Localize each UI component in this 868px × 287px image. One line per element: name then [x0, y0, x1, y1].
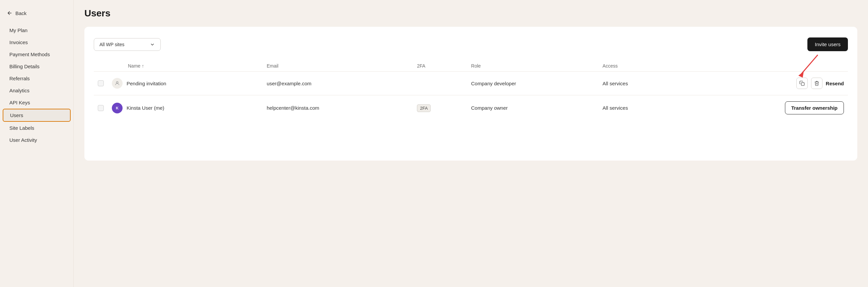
table-row: Pending invitation user@example.com Comp… — [94, 72, 848, 95]
row1-name: Pending invitation — [127, 81, 166, 86]
person-icon — [115, 81, 120, 86]
row2-email-cell: helpcenter@kinsta.com — [262, 95, 413, 121]
sidebar-item-user-activity[interactable]: User Activity — [0, 134, 73, 146]
sidebar-item-analytics[interactable]: Analytics — [0, 85, 73, 96]
sidebar-item-referrals[interactable]: Referrals — [0, 73, 73, 84]
name-header-label: Name — [128, 63, 140, 69]
row2-checkbox-cell — [94, 95, 108, 121]
role-col-header: Role — [467, 61, 599, 72]
row2-actions-cell: Transfer ownership — [681, 95, 848, 121]
transfer-ownership-button[interactable]: Transfer ownership — [785, 101, 844, 114]
sidebar-link-site-labels[interactable]: Site Labels — [3, 122, 71, 134]
row1-name-container: Pending invitation — [112, 78, 258, 88]
row2-access-cell: All services — [598, 95, 681, 121]
row1-action-container: Resend — [685, 78, 844, 89]
sidebar-link-api-keys[interactable]: API Keys — [3, 97, 71, 108]
row1-twofa-cell — [413, 72, 467, 95]
sidebar-item-payment-methods[interactable]: Payment Methods — [0, 48, 73, 60]
page-title: Users — [84, 8, 857, 19]
sidebar-item-users[interactable]: Users — [0, 109, 73, 122]
actions-col-header — [681, 61, 848, 72]
back-arrow-icon — [7, 10, 13, 16]
delete-icon-button[interactable] — [811, 78, 823, 89]
sidebar-nav-list: My Plan Invoices Payment Methods Billing… — [0, 25, 73, 146]
sidebar-link-invoices[interactable]: Invoices — [3, 36, 71, 48]
sidebar-link-billing-details[interactable]: Billing Details — [3, 61, 71, 72]
back-label: Back — [16, 10, 27, 16]
svg-marker-2 — [798, 72, 804, 78]
sort-icon: ↑ — [142, 63, 144, 69]
sidebar-item-site-labels[interactable]: Site Labels — [0, 122, 73, 134]
access-col-header: Access — [598, 61, 681, 72]
table-row: K Kinsta User (me) helpcenter@kinsta.com… — [94, 95, 848, 121]
site-select-label: All WP sites — [99, 42, 124, 47]
table-header-row: Name ↑ Email 2FA Role Access — [94, 61, 848, 72]
invite-users-button[interactable]: Invite users — [807, 37, 848, 51]
row1-access-cell: All services — [598, 72, 681, 95]
resend-button[interactable]: Resend — [826, 81, 844, 86]
row2-twofa-cell: 2FA — [413, 95, 467, 121]
copy-icon-button[interactable] — [796, 78, 808, 89]
sidebar-item-invoices[interactable]: Invoices — [0, 36, 73, 48]
row1-name-cell: Pending invitation — [108, 72, 262, 95]
name-col-header[interactable]: Name ↑ — [108, 61, 262, 72]
row1-avatar — [112, 78, 123, 88]
main-content: Users All WP sites Invite users — [74, 0, 868, 287]
row2-avatar: K — [112, 103, 123, 113]
checkbox-col-header — [94, 61, 108, 72]
row2-name: Kinsta User (me) — [127, 105, 164, 111]
table-header: Name ↑ Email 2FA Role Access — [94, 61, 848, 72]
sidebar-link-analytics[interactable]: Analytics — [3, 85, 71, 96]
app-layout: Back My Plan Invoices Payment Methods Bi… — [0, 0, 868, 287]
content-card: All WP sites Invite users Name ↑ — [84, 27, 857, 160]
site-select-dropdown[interactable]: All WP sites — [94, 38, 161, 51]
email-col-header: Email — [262, 61, 413, 72]
filter-bar: All WP sites Invite users — [94, 37, 848, 51]
sidebar-nav: My Plan Invoices Payment Methods Billing… — [0, 25, 73, 146]
row1-email-cell: user@example.com — [262, 72, 413, 95]
sidebar-link-my-plan[interactable]: My Plan — [3, 25, 71, 36]
sidebar-link-payment-methods[interactable]: Payment Methods — [3, 48, 71, 60]
users-table: Name ↑ Email 2FA Role Access — [94, 61, 848, 120]
sidebar-link-referrals[interactable]: Referrals — [3, 73, 71, 84]
row1-role-cell: Company developer — [467, 72, 599, 95]
sidebar: Back My Plan Invoices Payment Methods Bi… — [0, 0, 74, 287]
row2-role-cell: Company owner — [467, 95, 599, 121]
back-button[interactable]: Back — [0, 7, 73, 24]
twofa-col-header: 2FA — [413, 61, 467, 72]
row1-checkbox[interactable] — [98, 80, 104, 86]
row1-checkbox-cell — [94, 72, 108, 95]
row1-actions-cell: Resend — [681, 72, 848, 95]
svg-rect-3 — [801, 83, 804, 86]
sidebar-link-users[interactable]: Users — [3, 109, 71, 122]
sidebar-item-my-plan[interactable]: My Plan — [0, 25, 73, 36]
row2-checkbox[interactable] — [98, 105, 104, 111]
chevron-down-icon — [150, 42, 155, 47]
trash-icon — [814, 81, 819, 86]
svg-point-0 — [116, 82, 118, 83]
row2-name-cell: K Kinsta User (me) — [108, 95, 262, 121]
row2-action-container: Transfer ownership — [685, 101, 844, 114]
copy-icon — [799, 81, 805, 86]
row2-name-container: K Kinsta User (me) — [112, 103, 258, 113]
table-body: Pending invitation user@example.com Comp… — [94, 72, 848, 121]
sidebar-link-user-activity[interactable]: User Activity — [3, 134, 71, 146]
sidebar-item-billing-details[interactable]: Billing Details — [0, 61, 73, 72]
row2-2fa-badge: 2FA — [417, 104, 431, 112]
sidebar-item-api-keys[interactable]: API Keys — [0, 97, 73, 108]
